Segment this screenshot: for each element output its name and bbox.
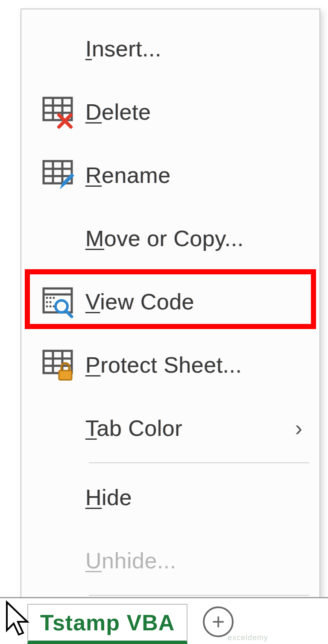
svg-point-16	[53, 297, 55, 299]
menu-item-label: Unhide...	[85, 548, 176, 573]
menu-item-label: Move or Copy...	[85, 226, 244, 251]
menu-item-label: Delete	[85, 99, 151, 125]
sheet-tab-active[interactable]: Tstamp VBA	[27, 604, 187, 644]
menu-item-hide[interactable]: Hide	[21, 466, 319, 529]
menu-item-insert[interactable]: Insert...	[21, 17, 319, 80]
menu-item-protect-sheet[interactable]: Protect Sheet...	[21, 333, 319, 397]
view-code-icon	[30, 285, 85, 318]
menu-item-unhide: Unhide...	[21, 529, 319, 592]
svg-point-20	[50, 306, 52, 308]
svg-rect-24	[44, 351, 72, 373]
svg-point-19	[46, 306, 48, 308]
menu-item-label: View Code	[85, 289, 194, 315]
plus-icon: +	[212, 609, 225, 635]
svg-point-17	[46, 301, 48, 303]
watermark: exceldemy	[228, 633, 268, 642]
sheet-context-menu: Insert... Delete	[20, 9, 320, 598]
menu-item-label: Tab Color	[85, 415, 182, 441]
menu-item-tab-color[interactable]: Tab Color ›	[21, 397, 319, 460]
menu-item-rename[interactable]: Rename	[21, 144, 319, 207]
menu-item-label: Hide	[85, 485, 132, 510]
menu-separator	[89, 462, 309, 463]
menu-separator	[89, 595, 309, 596]
sheet-tab-bar: Tstamp VBA +	[0, 597, 328, 644]
svg-rect-29	[59, 371, 72, 380]
menu-item-delete[interactable]: Delete	[21, 80, 319, 144]
sheet-tab-label: Tstamp VBA	[40, 610, 175, 635]
menu-item-label: Insert...	[85, 36, 161, 62]
mouse-cursor-icon	[4, 600, 34, 639]
svg-point-18	[50, 301, 52, 303]
menu-item-label: Rename	[85, 162, 171, 188]
menu-item-move-or-copy[interactable]: Move or Copy...	[21, 207, 319, 270]
table-rename-icon	[30, 159, 85, 192]
protect-sheet-icon	[30, 348, 85, 382]
chevron-right-icon: ›	[295, 415, 302, 441]
svg-point-14	[46, 297, 48, 299]
menu-item-view-code[interactable]: View Code	[21, 270, 319, 333]
table-delete-icon	[30, 95, 85, 129]
menu-item-label: Protect Sheet...	[85, 352, 242, 378]
new-sheet-button[interactable]: +	[203, 606, 234, 637]
svg-point-15	[50, 297, 52, 299]
